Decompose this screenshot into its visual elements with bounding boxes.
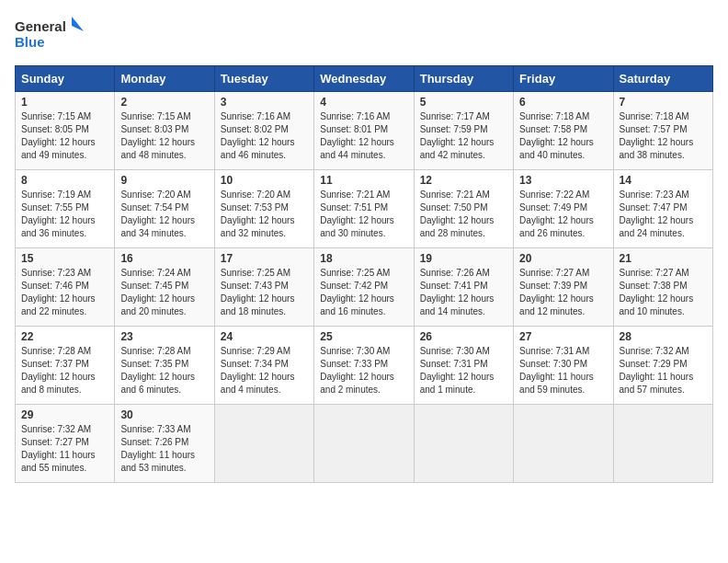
day-info: Sunrise: 7:21 AMSunset: 7:51 PMDaylight:…	[320, 189, 407, 240]
day-info: Sunrise: 7:20 AMSunset: 7:54 PMDaylight:…	[120, 189, 208, 240]
calendar-week-row: 29Sunrise: 7:32 AMSunset: 7:27 PMDayligh…	[16, 405, 713, 483]
page-header: GeneralBlue	[15, 15, 713, 56]
day-number: 4	[320, 96, 407, 109]
day-number: 29	[21, 408, 108, 421]
calendar-day-cell: 6Sunrise: 7:18 AMSunset: 7:58 PMDaylight…	[514, 92, 613, 170]
calendar-day-cell: 23Sunrise: 7:28 AMSunset: 7:35 PMDayligh…	[115, 327, 214, 405]
day-number: 14	[620, 174, 707, 187]
calendar-day-cell: 22Sunrise: 7:28 AMSunset: 7:37 PMDayligh…	[16, 327, 115, 405]
day-info: Sunrise: 7:21 AMSunset: 7:50 PMDaylight:…	[420, 189, 507, 240]
weekday-header-wednesday: Wednesday	[314, 66, 414, 92]
calendar-day-cell: 16Sunrise: 7:24 AMSunset: 7:45 PMDayligh…	[115, 248, 214, 327]
calendar-day-cell: 24Sunrise: 7:29 AMSunset: 7:34 PMDayligh…	[214, 327, 313, 405]
calendar-day-cell: 12Sunrise: 7:21 AMSunset: 7:50 PMDayligh…	[414, 170, 513, 248]
day-info: Sunrise: 7:16 AMSunset: 8:02 PMDaylight:…	[221, 110, 308, 162]
calendar-day-cell: 20Sunrise: 7:27 AMSunset: 7:39 PMDayligh…	[514, 248, 613, 327]
calendar-day-cell: 17Sunrise: 7:25 AMSunset: 7:43 PMDayligh…	[214, 248, 313, 327]
day-number: 15	[21, 252, 108, 265]
day-number: 3	[221, 96, 308, 109]
day-number: 27	[519, 330, 607, 343]
day-info: Sunrise: 7:18 AMSunset: 7:57 PMDaylight:…	[620, 110, 707, 162]
day-info: Sunrise: 7:32 AMSunset: 7:29 PMDaylight:…	[620, 345, 707, 396]
calendar-week-row: 1Sunrise: 7:15 AMSunset: 8:05 PMDaylight…	[16, 92, 713, 170]
day-number: 12	[420, 174, 507, 187]
calendar-day-cell: 10Sunrise: 7:20 AMSunset: 7:53 PMDayligh…	[214, 170, 313, 248]
logo-svg: GeneralBlue	[15, 15, 88, 56]
calendar-day-cell: 3Sunrise: 7:16 AMSunset: 8:02 PMDaylight…	[214, 92, 313, 170]
day-number: 19	[420, 252, 507, 265]
day-info: Sunrise: 7:31 AMSunset: 7:30 PMDaylight:…	[519, 345, 607, 396]
calendar-day-cell: 25Sunrise: 7:30 AMSunset: 7:33 PMDayligh…	[314, 327, 414, 405]
day-info: Sunrise: 7:27 AMSunset: 7:39 PMDaylight:…	[519, 267, 607, 318]
calendar-day-cell	[314, 405, 414, 483]
day-info: Sunrise: 7:19 AMSunset: 7:55 PMDaylight:…	[21, 189, 108, 240]
calendar-day-cell: 4Sunrise: 7:16 AMSunset: 8:01 PMDaylight…	[314, 92, 414, 170]
day-number: 16	[120, 252, 208, 265]
svg-marker-2	[72, 17, 84, 31]
calendar-day-cell: 1Sunrise: 7:15 AMSunset: 8:05 PMDaylight…	[16, 92, 115, 170]
day-info: Sunrise: 7:27 AMSunset: 7:38 PMDaylight:…	[620, 267, 707, 318]
calendar-day-cell: 21Sunrise: 7:27 AMSunset: 7:38 PMDayligh…	[613, 248, 712, 327]
day-number: 9	[120, 174, 208, 187]
calendar-day-cell	[514, 405, 613, 483]
day-number: 20	[519, 252, 607, 265]
weekday-header-sunday: Sunday	[16, 66, 115, 92]
day-number: 11	[320, 174, 407, 187]
weekday-header-row: SundayMondayTuesdayWednesdayThursdayFrid…	[16, 66, 713, 92]
calendar-day-cell: 27Sunrise: 7:31 AMSunset: 7:30 PMDayligh…	[514, 327, 613, 405]
day-info: Sunrise: 7:25 AMSunset: 7:43 PMDaylight:…	[221, 267, 308, 318]
day-number: 23	[120, 330, 208, 343]
day-number: 13	[519, 174, 607, 187]
calendar-day-cell	[613, 405, 712, 483]
calendar-day-cell: 29Sunrise: 7:32 AMSunset: 7:27 PMDayligh…	[16, 405, 115, 483]
day-info: Sunrise: 7:23 AMSunset: 7:47 PMDaylight:…	[620, 189, 707, 240]
day-number: 22	[21, 330, 108, 343]
day-number: 24	[221, 330, 308, 343]
day-info: Sunrise: 7:28 AMSunset: 7:37 PMDaylight:…	[21, 345, 108, 396]
calendar-day-cell: 2Sunrise: 7:15 AMSunset: 8:03 PMDaylight…	[115, 92, 214, 170]
day-number: 28	[620, 330, 707, 343]
day-info: Sunrise: 7:29 AMSunset: 7:34 PMDaylight:…	[221, 345, 308, 396]
weekday-header-friday: Friday	[514, 66, 613, 92]
day-number: 8	[21, 174, 108, 187]
calendar-day-cell: 14Sunrise: 7:23 AMSunset: 7:47 PMDayligh…	[613, 170, 712, 248]
calendar-day-cell: 18Sunrise: 7:25 AMSunset: 7:42 PMDayligh…	[314, 248, 414, 327]
calendar-day-cell: 13Sunrise: 7:22 AMSunset: 7:49 PMDayligh…	[514, 170, 613, 248]
weekday-header-tuesday: Tuesday	[214, 66, 313, 92]
day-info: Sunrise: 7:30 AMSunset: 7:31 PMDaylight:…	[420, 345, 507, 396]
day-number: 2	[120, 96, 208, 109]
calendar-table: SundayMondayTuesdayWednesdayThursdayFrid…	[15, 65, 713, 483]
calendar-day-cell: 9Sunrise: 7:20 AMSunset: 7:54 PMDaylight…	[115, 170, 214, 248]
day-number: 6	[519, 96, 607, 109]
day-info: Sunrise: 7:15 AMSunset: 8:05 PMDaylight:…	[21, 110, 108, 162]
day-info: Sunrise: 7:25 AMSunset: 7:42 PMDaylight:…	[320, 267, 407, 318]
day-info: Sunrise: 7:30 AMSunset: 7:33 PMDaylight:…	[320, 345, 407, 396]
calendar-week-row: 15Sunrise: 7:23 AMSunset: 7:46 PMDayligh…	[16, 248, 713, 327]
day-number: 17	[221, 252, 308, 265]
day-info: Sunrise: 7:23 AMSunset: 7:46 PMDaylight:…	[21, 267, 108, 318]
day-number: 18	[320, 252, 407, 265]
day-number: 5	[420, 96, 507, 109]
calendar-day-cell: 11Sunrise: 7:21 AMSunset: 7:51 PMDayligh…	[314, 170, 414, 248]
svg-text:Blue: Blue	[15, 34, 45, 50]
day-info: Sunrise: 7:33 AMSunset: 7:26 PMDaylight:…	[120, 423, 208, 475]
calendar-day-cell	[414, 405, 513, 483]
calendar-day-cell: 8Sunrise: 7:19 AMSunset: 7:55 PMDaylight…	[16, 170, 115, 248]
day-info: Sunrise: 7:22 AMSunset: 7:49 PMDaylight:…	[519, 189, 607, 240]
day-info: Sunrise: 7:28 AMSunset: 7:35 PMDaylight:…	[120, 345, 208, 396]
calendar-day-cell: 5Sunrise: 7:17 AMSunset: 7:59 PMDaylight…	[414, 92, 513, 170]
day-number: 30	[120, 408, 208, 421]
calendar-day-cell: 19Sunrise: 7:26 AMSunset: 7:41 PMDayligh…	[414, 248, 513, 327]
day-number: 1	[21, 96, 108, 109]
day-number: 7	[620, 96, 707, 109]
day-number: 21	[620, 252, 707, 265]
day-info: Sunrise: 7:17 AMSunset: 7:59 PMDaylight:…	[420, 110, 507, 162]
day-info: Sunrise: 7:16 AMSunset: 8:01 PMDaylight:…	[320, 110, 407, 162]
day-info: Sunrise: 7:26 AMSunset: 7:41 PMDaylight:…	[420, 267, 507, 318]
calendar-week-row: 22Sunrise: 7:28 AMSunset: 7:37 PMDayligh…	[16, 327, 713, 405]
day-info: Sunrise: 7:20 AMSunset: 7:53 PMDaylight:…	[221, 189, 308, 240]
svg-text:General: General	[15, 18, 66, 34]
day-info: Sunrise: 7:32 AMSunset: 7:27 PMDaylight:…	[21, 423, 108, 475]
weekday-header-thursday: Thursday	[414, 66, 513, 92]
calendar-day-cell: 28Sunrise: 7:32 AMSunset: 7:29 PMDayligh…	[613, 327, 712, 405]
